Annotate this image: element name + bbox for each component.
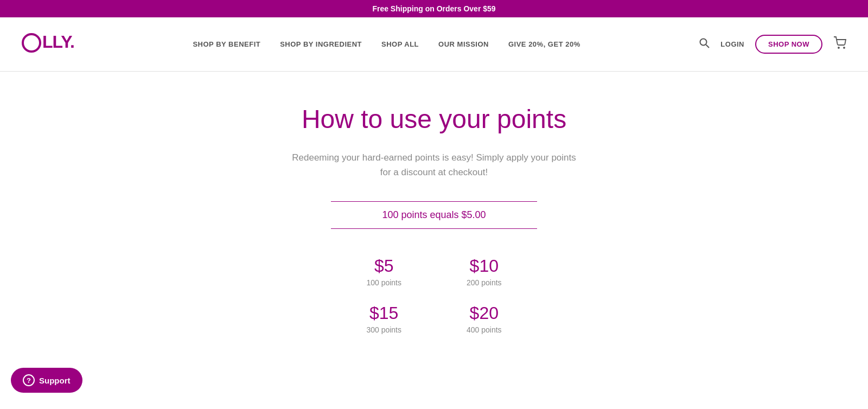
page-title: How to use your points xyxy=(302,104,566,134)
page-subtitle: Redeeming your hard-earned points is eas… xyxy=(288,150,580,180)
rewards-grid: $5 100 points $10 200 points $15 300 poi… xyxy=(366,256,501,334)
reward-item-5: $5 100 points xyxy=(366,256,401,287)
shop-now-button[interactable]: SHOP NOW xyxy=(755,35,822,54)
banner-text: Free Shipping on Orders Over $59 xyxy=(372,4,495,13)
reward-amount-5: $5 xyxy=(366,256,401,276)
search-button[interactable] xyxy=(699,37,710,51)
reward-points-15: 300 points xyxy=(366,325,401,334)
nav-give-get[interactable]: GIVE 20%, GET 20% xyxy=(508,40,580,48)
logo-circle xyxy=(22,33,41,53)
reward-item-15: $15 300 points xyxy=(366,303,401,334)
reward-points-5: 100 points xyxy=(366,278,401,287)
reward-amount-20: $20 xyxy=(467,303,502,323)
support-icon: ? xyxy=(23,374,35,378)
nav-shop-by-benefit[interactable]: SHOP BY BENEFIT xyxy=(193,40,260,48)
main-content: How to use your points Redeeming your ha… xyxy=(0,72,868,378)
points-conversion-section: 100 points equals $5.00 xyxy=(331,201,537,229)
reward-points-20: 400 points xyxy=(467,325,502,334)
top-banner: Free Shipping on Orders Over $59 xyxy=(0,0,868,17)
divider-top xyxy=(331,201,537,202)
nav-shop-by-ingredient[interactable]: SHOP BY INGREDIENT xyxy=(280,40,362,48)
svg-line-1 xyxy=(706,45,710,48)
main-nav: SHOP BY BENEFIT SHOP BY INGREDIENT SHOP … xyxy=(74,40,699,48)
cart-icon xyxy=(833,36,846,49)
points-conversion-text: 100 points equals $5.00 xyxy=(382,209,486,221)
nav-shop-all[interactable]: SHOP ALL xyxy=(381,40,419,48)
header: LLY. SHOP BY BENEFIT SHOP BY INGREDIENT … xyxy=(0,17,868,72)
login-button[interactable]: LOGIN xyxy=(720,40,744,48)
support-button[interactable]: ? Support xyxy=(11,368,82,378)
reward-amount-15: $15 xyxy=(366,303,401,323)
svg-point-0 xyxy=(700,39,707,46)
nav-our-mission[interactable]: OUR MISSION xyxy=(438,40,489,48)
cart-button[interactable] xyxy=(833,36,846,52)
divider-bottom xyxy=(331,228,537,229)
reward-amount-10: $10 xyxy=(467,256,502,276)
header-actions: LOGIN SHOP NOW xyxy=(699,35,846,54)
reward-item-10: $10 200 points xyxy=(467,256,502,287)
logo[interactable]: LLY. xyxy=(22,32,74,56)
support-label: Support xyxy=(39,376,71,378)
reward-item-20: $20 400 points xyxy=(467,303,502,334)
svg-point-2 xyxy=(838,47,839,48)
search-icon xyxy=(699,37,710,48)
svg-point-3 xyxy=(844,47,845,48)
reward-points-10: 200 points xyxy=(467,278,502,287)
